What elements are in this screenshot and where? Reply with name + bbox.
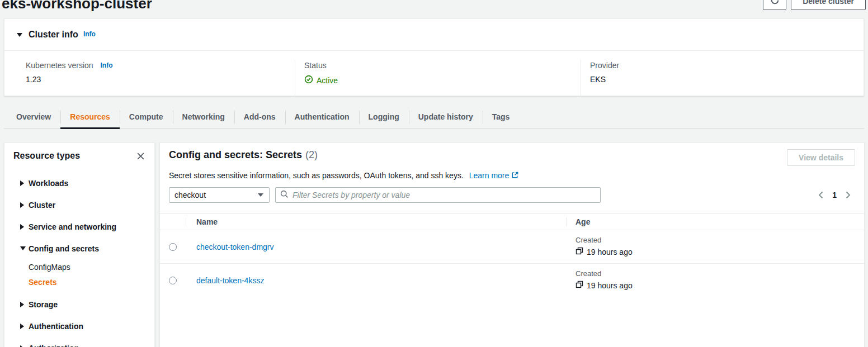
namespace-dropdown[interactable]: checkout <box>169 187 270 203</box>
caret-right-icon <box>20 302 24 307</box>
secret-link[interactable]: default-token-4kssz <box>196 276 264 285</box>
copy-icon[interactable] <box>575 247 587 256</box>
tab-tags[interactable]: Tags <box>483 106 520 128</box>
cluster-info-header[interactable]: Cluster info Info <box>4 19 864 51</box>
cluster-info-panel: Cluster info Info Kubernetes version Inf… <box>4 18 864 96</box>
secrets-description: Secret stores sensitive information, suc… <box>160 171 864 180</box>
age-value-text: 19 hours ago <box>587 281 633 290</box>
page-title: eks-workshop-cluster <box>2 0 152 12</box>
caret-right-icon <box>20 324 24 329</box>
caret-right-icon <box>20 180 24 186</box>
sidebar-list: Workloads Cluster Service and networking… <box>4 164 154 347</box>
kubernetes-version-info-link[interactable]: Info <box>101 61 113 69</box>
age-label: Created <box>575 236 864 244</box>
field-label: Provider <box>590 61 864 70</box>
secrets-count: (2) <box>305 149 318 160</box>
caret-right-icon <box>20 224 24 230</box>
column-divider <box>566 217 567 226</box>
eks-console-screen: eks-workshop-cluster Delete cluster Clus… <box>0 0 868 347</box>
cluster-info-title: Cluster info <box>29 30 78 40</box>
pagination: 1 <box>818 191 855 199</box>
caret-down-icon <box>20 246 26 250</box>
namespace-dropdown-value: checkout <box>174 191 206 199</box>
cluster-info-fields: Kubernetes version Info 1.23 Status Acti… <box>4 51 864 97</box>
search-input[interactable] <box>293 191 596 199</box>
sidebar-item-storage[interactable]: Storage <box>4 293 154 315</box>
table-row: checkout-token-dmgrv Created 19 hours ag… <box>160 230 864 264</box>
field-kubernetes-version: Kubernetes version Info 1.23 <box>4 60 295 97</box>
tab-logging[interactable]: Logging <box>359 106 409 128</box>
refresh-icon <box>770 0 780 7</box>
chevron-down-icon <box>258 193 263 197</box>
sidebar-item-cluster[interactable]: Cluster <box>4 194 154 216</box>
column-divider <box>186 217 186 226</box>
secrets-search <box>275 187 601 203</box>
copy-icon[interactable] <box>575 281 587 290</box>
sidebar-header: Resource types <box>4 143 154 164</box>
learn-more-link[interactable]: Learn more <box>469 171 519 180</box>
age-cell: Created 19 hours ago <box>566 230 864 263</box>
view-details-button[interactable]: View details <box>787 149 855 166</box>
secrets-title: Config and secrets: Secrets <box>169 149 302 160</box>
tab-overview[interactable]: Overview <box>7 106 60 128</box>
current-page[interactable]: 1 <box>832 191 837 199</box>
age-cell: Created 19 hours ago <box>566 264 864 297</box>
check-circle-icon <box>304 75 317 85</box>
filter-row: checkout 1 <box>160 187 864 203</box>
field-label: Kubernetes version Info <box>26 61 295 70</box>
age-label: Created <box>575 269 864 278</box>
next-page-icon[interactable] <box>845 191 851 199</box>
sidebar-item-config-and-secrets[interactable]: Config and secrets <box>4 237 154 259</box>
cluster-info-info-link[interactable]: Info <box>83 30 96 38</box>
field-label: Status <box>304 61 581 70</box>
refresh-button[interactable] <box>763 0 786 10</box>
sidebar-title: Resource types <box>13 151 80 161</box>
field-provider: Provider EKS <box>581 60 864 97</box>
sidebar-item-service-and-networking[interactable]: Service and networking <box>4 216 154 237</box>
secrets-panel-header: Config and secrets: Secrets(2) View deta… <box>160 143 864 166</box>
secrets-table: Name Age checkout-token-dmgrv Created 19… <box>160 213 864 297</box>
external-link-icon <box>509 171 518 180</box>
close-icon[interactable] <box>136 152 145 160</box>
column-header-name: Name <box>186 217 566 226</box>
column-header-age: Age <box>566 217 864 226</box>
tab-add-ons[interactable]: Add-ons <box>234 106 285 128</box>
sidebar-item-configmaps[interactable]: ConfigMaps <box>4 259 154 274</box>
sidebar-item-workloads[interactable]: Workloads <box>4 172 154 194</box>
cluster-tabs: Overview Resources Compute Networking Ad… <box>4 106 864 129</box>
table-header: Name Age <box>160 213 864 230</box>
tab-resources[interactable]: Resources <box>60 106 120 128</box>
delete-cluster-button[interactable]: Delete cluster <box>791 0 866 10</box>
tab-compute[interactable]: Compute <box>120 106 173 128</box>
tab-update-history[interactable]: Update history <box>409 106 483 128</box>
previous-page-icon[interactable] <box>818 191 824 199</box>
field-value: 1.23 <box>26 75 295 84</box>
age-value-text: 19 hours ago <box>587 248 633 256</box>
row-radio-button[interactable] <box>169 243 177 251</box>
caret-right-icon <box>20 202 24 208</box>
tab-networking[interactable]: Networking <box>173 106 234 128</box>
row-radio-button[interactable] <box>169 277 177 284</box>
table-row: default-token-4kssz Created 19 hours ago <box>160 264 864 297</box>
header-actions: Delete cluster <box>763 0 866 10</box>
secrets-title-row: Config and secrets: Secrets(2) <box>169 149 318 161</box>
secret-link[interactable]: checkout-token-dmgrv <box>196 243 274 251</box>
secrets-panel: Config and secrets: Secrets(2) View deta… <box>159 142 865 347</box>
sidebar-item-secrets[interactable]: Secrets <box>4 274 154 289</box>
search-icon <box>280 190 289 201</box>
field-status: Status Active <box>295 60 581 97</box>
field-value: EKS <box>590 75 864 84</box>
config-and-secrets-children: ConfigMaps Secrets <box>4 259 154 289</box>
resource-types-sidebar: Resource types Workloads Cluster Service… <box>4 142 155 347</box>
collapse-caret-icon <box>17 33 22 37</box>
sidebar-item-authorization[interactable]: Authorization <box>4 337 154 347</box>
status-badge: Active <box>304 75 581 85</box>
caret-right-icon <box>20 345 24 347</box>
sidebar-item-authentication[interactable]: Authentication <box>4 315 154 337</box>
tab-authentication[interactable]: Authentication <box>285 106 359 128</box>
